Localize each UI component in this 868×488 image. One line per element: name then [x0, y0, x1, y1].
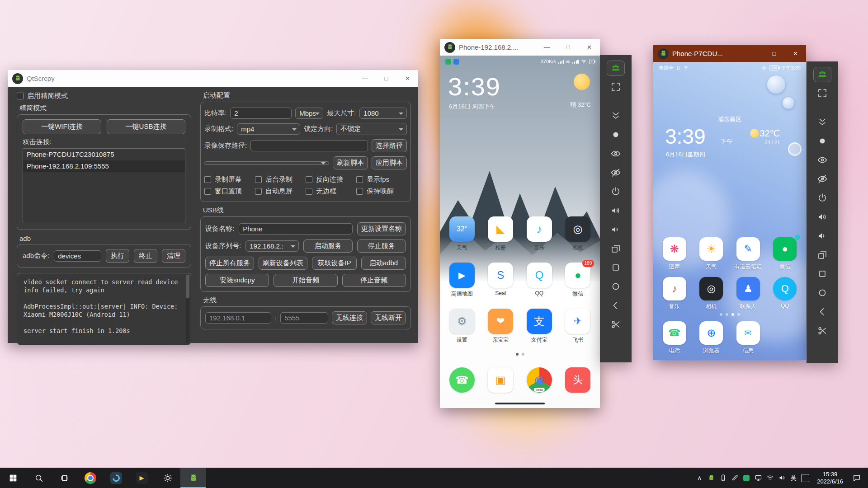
- start-adbd-button[interactable]: 启动adbd: [361, 257, 406, 270]
- expand-notifications-button[interactable]: [608, 108, 624, 124]
- app-switch-button[interactable]: [814, 247, 830, 263]
- refresh-device-list-button[interactable]: 刷新设备列表: [259, 257, 307, 270]
- app-tile[interactable]: ◉Beta: [527, 367, 552, 393]
- script-combo[interactable]: [204, 161, 329, 165]
- qtscrcpy-titlebar[interactable]: QtScrcpy — □ ✕: [8, 70, 418, 87]
- app-icon[interactable]: 支支付宝: [520, 309, 559, 344]
- group-control-button[interactable]: [607, 61, 625, 76]
- app-icon[interactable]: ●微信: [767, 237, 804, 271]
- home-indicator-bar[interactable]: [495, 403, 545, 404]
- home-button[interactable]: [608, 278, 624, 295]
- device-list[interactable]: Phone-P7CDU17C23010875Phone-192.168.2.10…: [23, 148, 185, 223]
- wireless-connect-button[interactable]: 无线连接: [332, 311, 367, 324]
- app-tile[interactable]: ◎: [565, 216, 590, 242]
- maximize-button[interactable]: □: [376, 70, 397, 87]
- update-name-button[interactable]: 更新设置名称: [357, 222, 406, 235]
- bitrate-input[interactable]: [230, 108, 292, 119]
- app-tile[interactable]: ▣: [488, 367, 513, 393]
- app-tile[interactable]: ●189: [565, 263, 590, 288]
- huawei-phone-screen[interactable]: 未插卡 100 下午3:39 浦东新区 3:39 下午 32℃ 34 / 21 …: [653, 62, 806, 360]
- volume-up-button[interactable]: [814, 209, 830, 225]
- max-size-combo[interactable]: 1080: [359, 108, 407, 119]
- checkbox[interactable]: [204, 176, 211, 183]
- menu-button[interactable]: [814, 266, 830, 282]
- volume-down-button[interactable]: [814, 228, 830, 244]
- launch-option-checkbox[interactable]: 窗口置顶: [204, 185, 255, 197]
- back-button[interactable]: [814, 304, 830, 320]
- taskbar-chrome-button[interactable]: [77, 468, 103, 488]
- screen-off-button[interactable]: [608, 164, 624, 181]
- app-icon[interactable]: ✉信息: [730, 321, 767, 355]
- launch-option-checkbox[interactable]: 无边框: [306, 185, 356, 197]
- app-tile[interactable]: ☎: [663, 321, 686, 345]
- maximize-button[interactable]: □: [557, 39, 579, 56]
- phone-tray[interactable]: [717, 471, 728, 485]
- terminate-button[interactable]: 终止: [134, 249, 157, 263]
- checkbox[interactable]: [17, 93, 24, 99]
- app-icon[interactable]: ▶高德地图: [443, 263, 481, 298]
- home-button[interactable]: [814, 285, 830, 301]
- miui-phone-screen[interactable]: 370K/s HD 2 3:39 6月16日 周四下午 晴 32°C 32°天气…: [440, 56, 600, 408]
- screenshot-button[interactable]: [814, 133, 830, 149]
- power-button[interactable]: [814, 190, 830, 206]
- wireless-disconnect-button[interactable]: 无线断开: [371, 311, 406, 324]
- taskbar-qtscrcpy-button[interactable]: [180, 468, 206, 488]
- apply-script-button[interactable]: 应用脚本: [372, 156, 407, 169]
- wechat-tray[interactable]: [741, 471, 752, 485]
- execute-button[interactable]: 执行: [106, 249, 129, 263]
- app-icon[interactable]: ☎电话: [656, 321, 693, 355]
- pen-tray[interactable]: [729, 471, 740, 485]
- launch-option-checkbox[interactable]: 自动息屏: [255, 185, 306, 197]
- volume-tray[interactable]: [776, 471, 787, 485]
- app-tile[interactable]: ✉: [736, 321, 760, 345]
- app-tile[interactable]: ⚙: [449, 309, 475, 334]
- app-icon[interactable]: ◎相机: [693, 277, 730, 310]
- app-icon[interactable]: ◉Beta: [520, 367, 559, 393]
- display-tray[interactable]: [753, 471, 764, 485]
- wireless-ip-input[interactable]: [205, 312, 271, 324]
- app-icon[interactable]: ✎有道云笔记: [730, 237, 767, 271]
- usb-connect-button[interactable]: 一键USB连接: [107, 119, 185, 134]
- app-icon[interactable]: ✈飞书: [559, 309, 598, 344]
- stop-audio-button[interactable]: 停止音频: [342, 274, 406, 287]
- app-tile[interactable]: ●: [773, 237, 797, 261]
- clear-button[interactable]: 清理: [162, 249, 185, 263]
- launch-option-checkbox[interactable]: 反向连接: [306, 174, 356, 185]
- huawei-titlebar[interactable]: Phone-P7CDU... — □ ✕: [653, 45, 806, 62]
- taskbar-player-button[interactable]: ▶: [129, 468, 155, 488]
- app-icon[interactable]: 头: [559, 367, 598, 393]
- app-icon[interactable]: ☎: [443, 367, 481, 393]
- taskbar-settings-button[interactable]: [155, 468, 180, 488]
- show-desktop-button[interactable]: [866, 468, 868, 488]
- app-icon[interactable]: ⚙设置: [443, 309, 481, 344]
- minimize-button[interactable]: —: [354, 70, 376, 87]
- checkbox[interactable]: [306, 176, 312, 183]
- refresh-script-button[interactable]: 刷新脚本: [333, 156, 368, 169]
- app-tile[interactable]: ❤: [488, 309, 513, 334]
- close-button[interactable]: ✕: [785, 45, 806, 62]
- device-list-item[interactable]: Phone-192.168.2.109:5555: [23, 160, 185, 172]
- get-device-ip-button[interactable]: 获取设备IP: [312, 257, 357, 270]
- language-indicator[interactable]: 英: [788, 471, 799, 485]
- miui-titlebar[interactable]: Phone-192.168.2.... — □ ✕: [440, 39, 600, 56]
- app-icon[interactable]: SSeal: [481, 263, 520, 298]
- app-tile[interactable]: ✈: [565, 309, 590, 334]
- serial-combo[interactable]: 192.168.2.:: [245, 240, 299, 252]
- choose-path-button[interactable]: 选择路径: [372, 139, 407, 152]
- checkbox[interactable]: [255, 176, 262, 183]
- menu-button[interactable]: [608, 259, 624, 276]
- taskbar-media-app-button[interactable]: [103, 468, 129, 488]
- screen-on-button[interactable]: [814, 152, 830, 168]
- screen-off-button[interactable]: [814, 171, 830, 187]
- checkbox[interactable]: [306, 188, 312, 195]
- log-scrollbar-thumb[interactable]: [186, 275, 189, 298]
- launch-option-checkbox[interactable]: 录制屏幕: [204, 174, 255, 185]
- volume-down-button[interactable]: [608, 221, 624, 238]
- app-tile[interactable]: ▶: [449, 263, 475, 288]
- group-control-button[interactable]: [813, 67, 831, 82]
- taskbar-task-view-button[interactable]: [52, 468, 77, 488]
- close-button[interactable]: ✕: [579, 39, 600, 56]
- save-path-input[interactable]: [250, 140, 368, 151]
- bitrate-unit-combo[interactable]: Mbps: [295, 108, 323, 119]
- app-tile[interactable]: 头: [565, 367, 590, 393]
